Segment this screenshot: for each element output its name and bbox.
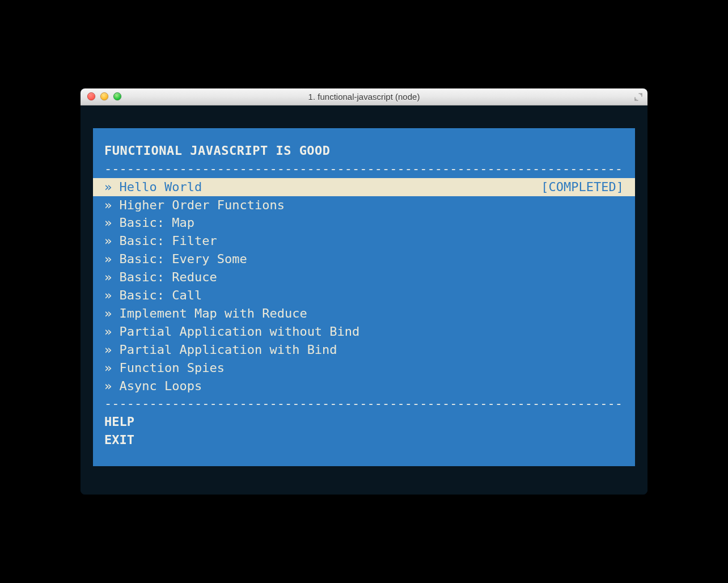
bullet-icon: » (104, 232, 120, 250)
exercise-item[interactable]: » Hello World[COMPLETED] (93, 178, 635, 196)
help-button[interactable]: HELP (93, 413, 635, 431)
exercise-label: Basic: Map (120, 214, 194, 232)
fullscreen-icon[interactable] (634, 92, 643, 102)
bullet-icon: » (104, 341, 120, 359)
exercise-label: Basic: Filter (120, 232, 217, 250)
exercise-item[interactable]: » Basic: Filter (93, 232, 635, 250)
terminal-window: 1. functional-javascript (node) FUNCTION… (81, 88, 647, 495)
zoom-icon[interactable] (113, 92, 121, 100)
exercise-label: Basic: Call (120, 286, 202, 305)
bullet-icon: » (104, 196, 120, 214)
exercise-label: Partial Application without Bind (120, 323, 360, 341)
exercise-label: Partial Application with Bind (120, 341, 337, 359)
exercise-menu: » Hello World[COMPLETED]» Higher Order F… (93, 178, 635, 395)
minimize-icon[interactable] (100, 92, 108, 100)
traffic-lights (81, 92, 121, 100)
exit-button[interactable]: EXIT (93, 431, 635, 449)
exercise-label: Function Spies (120, 359, 225, 377)
bullet-icon: » (104, 178, 120, 196)
exercise-label: Basic: Every Some (120, 250, 247, 268)
completed-badge: [COMPLETED] (541, 178, 624, 196)
exercise-item[interactable]: » Function Spies (93, 359, 635, 377)
panel-heading: FUNCTIONAL JAVASCRIPT IS GOOD (104, 142, 624, 160)
window-title: 1. functional-javascript (node) (81, 92, 647, 102)
divider-top: ----------------------------------------… (104, 160, 624, 178)
terminal-body: FUNCTIONAL JAVASCRIPT IS GOOD ----------… (81, 105, 647, 495)
exercise-label: Basic: Reduce (120, 268, 217, 286)
bullet-icon: » (104, 214, 120, 232)
exercise-label: Implement Map with Reduce (120, 305, 307, 323)
exercise-item[interactable]: » Partial Application with Bind (93, 341, 635, 359)
close-icon[interactable] (87, 92, 95, 100)
workshop-panel: FUNCTIONAL JAVASCRIPT IS GOOD ----------… (93, 128, 635, 466)
bullet-icon: » (104, 250, 120, 268)
divider-bottom: ----------------------------------------… (104, 395, 624, 413)
bullet-icon: » (104, 323, 120, 341)
exercise-label: Hello World (120, 178, 202, 196)
bullet-icon: » (104, 305, 120, 323)
exercise-item[interactable]: » Higher Order Functions (93, 196, 635, 214)
exercise-item[interactable]: » Basic: Call (93, 286, 635, 305)
bullet-icon: » (104, 286, 120, 305)
exercise-item[interactable]: » Implement Map with Reduce (93, 305, 635, 323)
exercise-item[interactable]: » Async Loops (93, 377, 635, 395)
bullet-icon: » (104, 377, 120, 395)
bullet-icon: » (104, 268, 120, 286)
exercise-item[interactable]: » Basic: Reduce (93, 268, 635, 286)
exercise-label: Higher Order Functions (120, 196, 285, 214)
exercise-item[interactable]: » Basic: Map (93, 214, 635, 232)
exercise-item[interactable]: » Basic: Every Some (93, 250, 635, 268)
titlebar[interactable]: 1. functional-javascript (node) (81, 88, 647, 105)
exercise-label: Async Loops (120, 377, 202, 395)
bullet-icon: » (104, 359, 120, 377)
exercise-item[interactable]: » Partial Application without Bind (93, 323, 635, 341)
